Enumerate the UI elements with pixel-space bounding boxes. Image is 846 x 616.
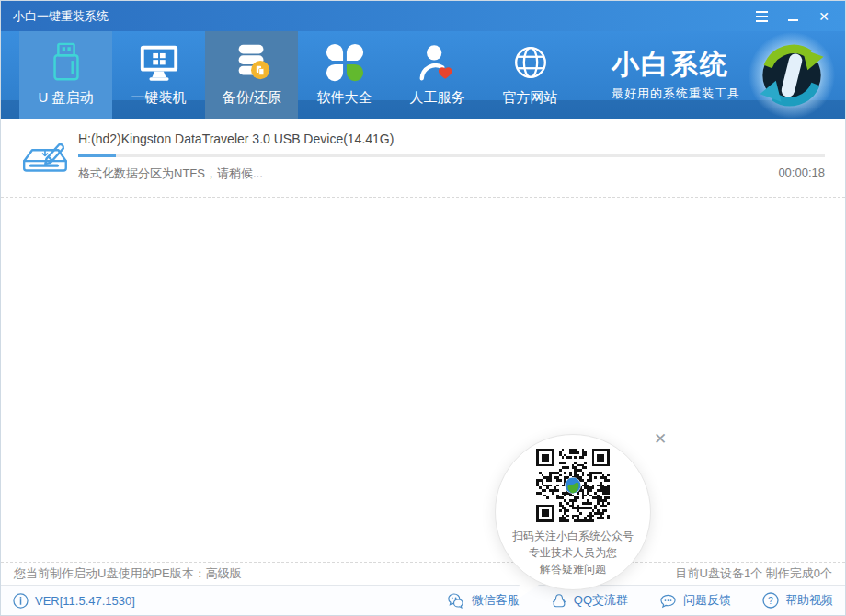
- progress-bar: [78, 154, 825, 157]
- popup-text: 扫码关注小白系统公众号 专业技术人员为您 解答疑难问题: [496, 528, 650, 577]
- popup-line-3: 解答疑难问题: [496, 561, 650, 577]
- tab-label: U 盘启动: [39, 89, 94, 107]
- section-separator: [1, 197, 845, 198]
- tab-official-site[interactable]: 官方网站: [484, 31, 577, 119]
- close-icon[interactable]: ✕: [815, 7, 833, 26]
- help-question-icon: ?: [762, 592, 779, 609]
- main-content: H:(hd2)Kingston DataTraveler 3.0 USB Dev…: [1, 119, 845, 562]
- brand-area: 小白系统 最好用的系统重装工具: [612, 31, 836, 119]
- pe-version-text: 您当前制作启动U盘使用的PE版本：高级版: [14, 565, 242, 582]
- backup-restore-icon: [231, 39, 273, 86]
- support-person-icon: [417, 39, 459, 86]
- link-label: 问题反馈: [683, 592, 731, 609]
- progress-fill: [78, 154, 116, 157]
- usb-drive-icon: [45, 39, 87, 86]
- tab-backup-restore[interactable]: 备份/还原: [205, 31, 298, 119]
- globe-icon: [509, 39, 552, 86]
- progress-body: H:(hd2)Kingston DataTraveler 3.0 USB Dev…: [78, 131, 825, 185]
- footer-bar: VER[11.5.47.1530] 微信客服 QQ交流群: [1, 585, 845, 615]
- tab-one-click-install[interactable]: 一键装机: [112, 31, 205, 119]
- qr-code: [536, 449, 610, 522]
- nav-tabs: U 盘启动 一键装机: [19, 31, 577, 119]
- version-info[interactable]: VER[11.5.47.1530]: [13, 593, 135, 609]
- popup-line-1: 扫码关注小白系统公众号: [496, 528, 650, 544]
- version-text: VER[11.5.47.1530]: [35, 594, 135, 608]
- nav-bar: U 盘启动 一键装机: [1, 31, 845, 119]
- qr-center-logo: [565, 477, 581, 494]
- disk-write-icon: [19, 131, 74, 185]
- tab-label: 官方网站: [503, 89, 558, 107]
- title-bar: 小白一键重装系统 ✕: [1, 1, 845, 31]
- brand-name: 小白系统: [612, 49, 740, 79]
- progress-status-text: 格式化数据分区为NTFS，请稍候...: [78, 165, 263, 182]
- link-help-video[interactable]: ? 帮助视频: [762, 592, 833, 609]
- progress-row: H:(hd2)Kingston DataTraveler 3.0 USB Dev…: [1, 119, 845, 185]
- svg-text:?: ?: [768, 595, 773, 606]
- tab-label: 软件大全: [317, 89, 372, 107]
- status-bar: 您当前制作启动U盘使用的PE版本：高级版 目前U盘设备1个 制作完成0个: [1, 562, 845, 585]
- popup-close-icon[interactable]: ✕: [654, 431, 667, 447]
- tab-label: 一键装机: [131, 89, 187, 107]
- tab-software[interactable]: 软件大全: [298, 31, 391, 119]
- window-title: 小白一键重装系统: [13, 8, 109, 25]
- brand-tagline: 最好用的系统重装工具: [612, 86, 740, 102]
- tab-label: 备份/还原: [222, 89, 280, 107]
- popup-circle: 扫码关注小白系统公众号 专业技术人员为您 解答疑难问题: [495, 434, 651, 590]
- tab-label: 人工服务: [410, 89, 465, 107]
- brand-text: 小白系统 最好用的系统重装工具: [612, 49, 740, 102]
- minimize-icon[interactable]: [783, 7, 802, 26]
- tab-human-service[interactable]: 人工服务: [391, 31, 484, 119]
- menu-icon[interactable]: [752, 7, 771, 26]
- software-clover-icon: [324, 39, 366, 86]
- qr-popup: 扫码关注小白系统公众号 专业技术人员为您 解答疑难问题 ✕: [495, 426, 683, 614]
- device-title: H:(hd2)Kingston DataTraveler 3.0 USB Dev…: [78, 131, 825, 146]
- sync-arrows-logo: [748, 31, 836, 120]
- info-icon: [13, 593, 29, 609]
- usb-count-text: 目前U盘设备1个 制作完成0个: [676, 565, 832, 582]
- monitor-install-icon: [138, 39, 180, 86]
- elapsed-time: 00:00:18: [778, 165, 825, 182]
- wechat-icon: [447, 592, 465, 609]
- tab-usb-boot[interactable]: U 盘启动: [19, 31, 112, 119]
- window-controls: ✕: [752, 7, 833, 26]
- link-label: 帮助视频: [785, 592, 833, 609]
- popup-line-2: 专业技术人员为您: [496, 544, 650, 561]
